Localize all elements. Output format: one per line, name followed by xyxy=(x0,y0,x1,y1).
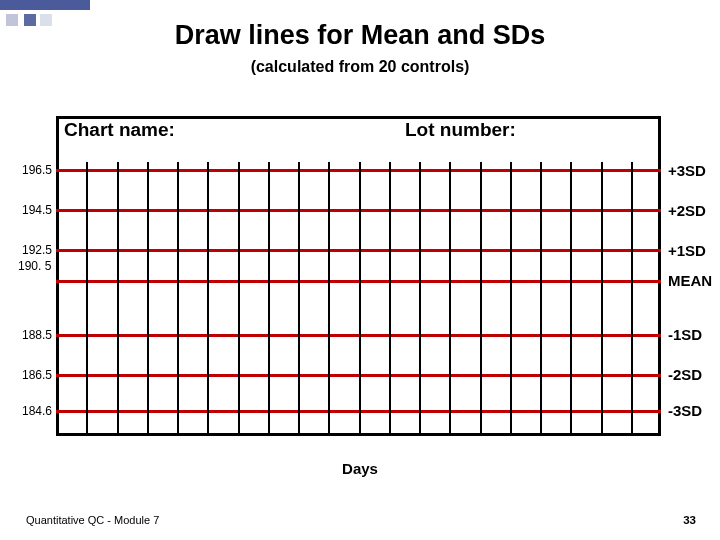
footer-text: Quantitative QC - Module 7 xyxy=(26,514,159,526)
y-tick-194.5: 194.5 xyxy=(10,203,52,217)
day-gridline xyxy=(117,162,119,434)
day-gridline xyxy=(359,162,361,434)
day-gridline xyxy=(389,162,391,434)
y-tick-184.6: 184.6 xyxy=(10,404,52,418)
y-tick-188.5: 188.5 xyxy=(10,328,52,342)
day-gridline xyxy=(540,162,542,434)
sd-label-minus1: -1SD xyxy=(668,326,702,343)
day-gridline xyxy=(86,162,88,434)
day-gridline xyxy=(601,162,603,434)
day-gridline xyxy=(268,162,270,434)
sd-label-plus3: +3SD xyxy=(668,162,706,179)
slide-title: Draw lines for Mean and SDs xyxy=(0,20,720,51)
day-gridline xyxy=(238,162,240,434)
day-gridline xyxy=(328,162,330,434)
day-gridline xyxy=(177,162,179,434)
sd-label-mean: MEAN xyxy=(668,272,712,289)
y-tick-186.5: 186.5 xyxy=(10,368,52,382)
day-gridline xyxy=(449,162,451,434)
y-tick-196.5: 196.5 xyxy=(10,163,52,177)
day-gridline xyxy=(419,162,421,434)
day-gridline xyxy=(207,162,209,434)
y-tick-190.5: 190. 5 xyxy=(18,260,62,273)
day-gridline xyxy=(480,162,482,434)
sd-label-minus2: -2SD xyxy=(668,366,702,383)
day-gridline xyxy=(147,162,149,434)
day-gridline xyxy=(570,162,572,434)
y-tick-192.5: 192.5 xyxy=(10,243,52,257)
sd-label-plus1: +1SD xyxy=(668,242,706,259)
x-axis-label: Days xyxy=(0,460,720,477)
sd-label-minus3: -3SD xyxy=(668,402,702,419)
sd-label-plus2: +2SD xyxy=(668,202,706,219)
day-gridline xyxy=(298,162,300,434)
day-gridline xyxy=(631,162,633,434)
day-gridline xyxy=(510,162,512,434)
page-number: 33 xyxy=(683,514,696,526)
slide-subtitle: (calculated from 20 controls) xyxy=(0,58,720,76)
